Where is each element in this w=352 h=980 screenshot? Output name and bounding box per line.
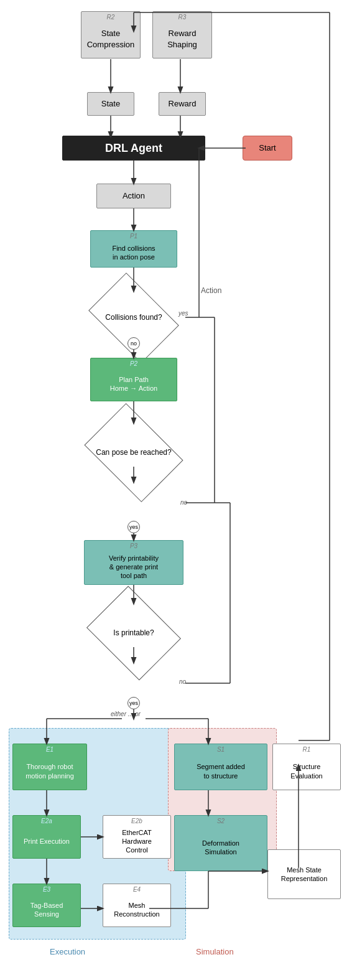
no-pose-label: no — [180, 499, 187, 506]
s1-tag: S1 — [175, 746, 267, 753]
e2a-node: E2a Print Execution — [12, 815, 81, 859]
s2-label: Deformation Simulation — [202, 839, 239, 857]
yes-print-text: yes — [129, 700, 138, 706]
r3-label: Reward Shaping — [167, 28, 197, 50]
is-printable-diamond: Is printable? — [96, 604, 171, 663]
s2-tag: S2 — [175, 818, 267, 824]
execution-section-label: Execution — [50, 947, 85, 956]
simulation-section-label: Simulation — [196, 947, 234, 956]
action-node: Action — [96, 184, 171, 208]
e2b-label: EtherCAT Hardware Control — [122, 828, 152, 855]
start-node: Start — [243, 136, 292, 161]
p3-tag: P3 — [85, 543, 183, 549]
reward-node: Reward — [159, 92, 206, 116]
e2b-tag: E2b — [103, 818, 170, 824]
e3-node: E3 Tag-Based Sensing — [12, 884, 81, 927]
mesh-state-label: Mesh State Representation — [281, 866, 328, 884]
r1-tag: R1 — [273, 746, 340, 753]
either-or-label: either ... or — [111, 711, 141, 717]
r1-node: R1 Structure Evaluation — [272, 744, 341, 790]
s2-node: S2 Deformation Simulation — [174, 815, 267, 871]
p1-label: Find collisions in action pose — [112, 244, 155, 262]
action-label: Action — [123, 190, 145, 202]
s1-node: S1 Segment added to structure — [174, 744, 267, 790]
reward-label: Reward — [169, 98, 197, 110]
s1-label: Segment added to structure — [197, 762, 245, 780]
flowchart-diagram: R2 State Compression R3 Reward Shaping S… — [0, 0, 352, 980]
e2a-tag: E2a — [13, 818, 80, 824]
e4-node: E4 Mesh Reconstruction — [103, 884, 171, 927]
can-pose-text: Can pose be reached? — [96, 448, 171, 458]
r2-label: State Compression — [87, 28, 135, 50]
r3-node: R3 Reward Shaping — [152, 11, 212, 58]
no-collision-circle: no — [127, 337, 140, 350]
yes-print-circle: yes — [127, 697, 140, 709]
can-pose-diamond: Can pose be reached? — [93, 423, 174, 482]
e1-label: Thorough robot motion planning — [25, 762, 74, 780]
p3-label: Verify printability & generate print too… — [109, 554, 159, 581]
action-right-label: Action — [201, 286, 221, 295]
e2a-label: Print Execution — [24, 837, 70, 846]
e3-tag: E3 — [13, 886, 80, 893]
p1-node: P1 Find collisions in action pose — [90, 230, 177, 268]
p2-tag: P2 — [91, 360, 177, 367]
p2-node: P2 Plan Path Home → Action — [90, 358, 177, 401]
e4-label: Mesh Reconstruction — [114, 901, 159, 919]
state-node: State — [87, 92, 134, 116]
state-label: State — [101, 98, 120, 110]
r3-tag: R3 — [153, 14, 211, 21]
start-label: Start — [259, 142, 276, 154]
e3-label: Tag-Based Sensing — [30, 901, 63, 919]
yes-pose-text: yes — [129, 524, 138, 530]
yes-collision-label: yes — [178, 310, 188, 317]
e1-tag: E1 — [13, 746, 86, 753]
collisions-text: Collisions found? — [105, 313, 162, 323]
yes-pose-circle: yes — [127, 521, 140, 533]
r2-tag: R2 — [81, 14, 140, 21]
mesh-state-node: Mesh State Representation — [267, 849, 341, 899]
r2-node: R2 State Compression — [81, 11, 141, 58]
p3-node: P3 Verify printability & generate print … — [84, 540, 183, 585]
drl-agent-node: DRL Agent — [62, 136, 205, 161]
no-print-label: no — [179, 678, 186, 685]
e1-node: E1 Thorough robot motion planning — [12, 744, 87, 790]
no-collision-text: no — [131, 340, 137, 347]
r1-label: Structure Evaluation — [290, 762, 322, 780]
e2b-node: E2b EtherCAT Hardware Control — [103, 815, 171, 859]
drl-label: DRL Agent — [105, 142, 162, 155]
is-printable-text: Is printable? — [113, 628, 154, 638]
p2-label: Plan Path Home → Action — [110, 375, 157, 393]
e4-tag: E4 — [103, 886, 170, 893]
p1-tag: P1 — [91, 233, 177, 240]
